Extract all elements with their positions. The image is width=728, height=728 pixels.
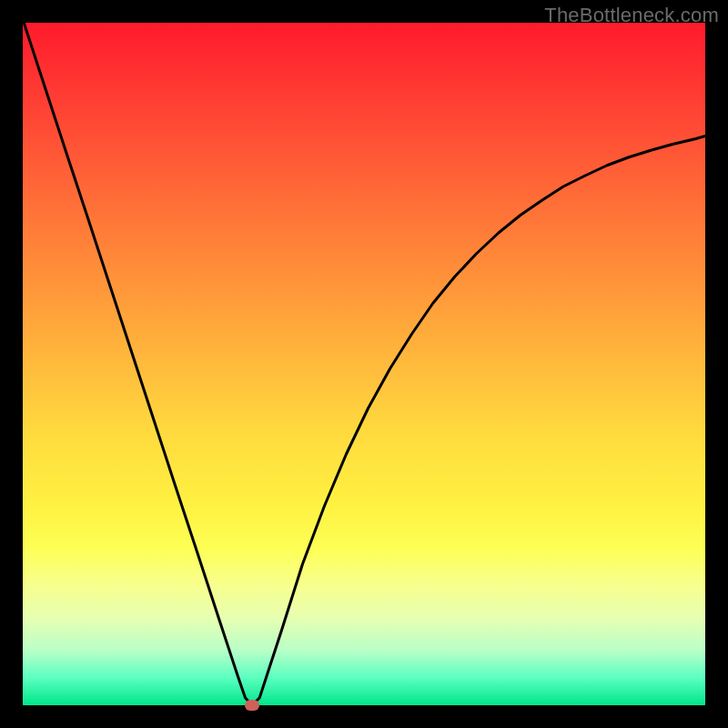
plot-area (23, 23, 705, 705)
chart-container: TheBottleneck.com (0, 0, 728, 728)
bottleneck-curve (23, 23, 705, 705)
minimum-marker (245, 700, 259, 711)
